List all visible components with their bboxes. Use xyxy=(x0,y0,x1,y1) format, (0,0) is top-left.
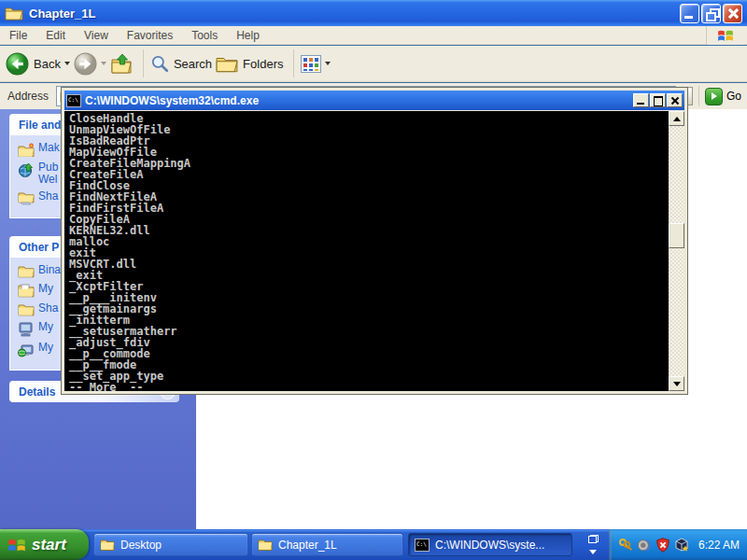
cmd-maximize-button[interactable] xyxy=(650,93,666,107)
search-label: Search xyxy=(174,57,212,71)
console-text: CloseHandleUnmapViewOfFileIsBadReadPtrMa… xyxy=(64,111,669,391)
cmd-titlebar[interactable]: C:\ C:\WINDOWS\system32\cmd.exe xyxy=(64,91,684,110)
up-button[interactable] xyxy=(110,53,133,74)
place-label: My xyxy=(38,283,53,295)
my-network-icon xyxy=(18,343,35,357)
views-icon xyxy=(301,55,321,73)
chevron-down-icon[interactable] xyxy=(589,550,597,554)
address-label: Address xyxy=(6,90,50,103)
console-line: -- More -- xyxy=(69,382,669,391)
restore-button[interactable] xyxy=(701,4,721,23)
folder-icon xyxy=(100,539,115,551)
system-tray: 6:22 AM xyxy=(609,529,747,560)
desktop-screen: Chapter_1L File Edit View Favorites Tool… xyxy=(0,0,747,560)
windows-flag-icon xyxy=(7,536,26,554)
console-line: IsBadReadPtr xyxy=(69,135,669,147)
share-folder-icon xyxy=(18,191,35,205)
volume-icon[interactable] xyxy=(637,538,652,553)
folder-icon xyxy=(5,6,23,21)
svg-text:C:\: C:\ xyxy=(68,96,78,103)
search-icon xyxy=(150,54,169,73)
console-line: __getmainargs xyxy=(69,303,669,315)
window-title: Chapter_1L xyxy=(29,7,678,21)
menu-view[interactable]: View xyxy=(75,27,118,44)
back-label: Back xyxy=(34,57,61,71)
scroll-down-icon[interactable] xyxy=(669,376,684,391)
back-dropdown-icon[interactable] xyxy=(64,62,70,65)
back-button[interactable]: Back xyxy=(6,52,70,76)
place-label: Sha xyxy=(38,302,58,315)
console-line: __setusermatherr xyxy=(69,326,669,337)
console-line: FindFirstFileA xyxy=(69,203,669,214)
start-label: start xyxy=(32,536,66,554)
folders-label: Folders xyxy=(243,57,283,71)
toolbar: Back xyxy=(0,46,747,82)
cmd-minimize-button[interactable] xyxy=(633,93,649,107)
cube-icon[interactable] xyxy=(674,538,689,553)
folder-up-icon xyxy=(110,53,133,74)
close-button[interactable] xyxy=(723,4,742,23)
svg-text:C:\: C:\ xyxy=(416,540,427,547)
folders-icon xyxy=(216,55,238,73)
make-new-folder-icon xyxy=(18,143,35,157)
console-line: UnmapViewOfFile xyxy=(69,124,669,135)
menu-edit[interactable]: Edit xyxy=(36,27,75,44)
console-line: MSVCRT.dll xyxy=(69,259,669,270)
forward-dropdown-icon xyxy=(101,62,106,65)
shared-documents-icon xyxy=(18,303,35,316)
menu-tools[interactable]: Tools xyxy=(182,27,227,44)
task-cmd[interactable]: C:\ C:\WINDOWS\syste... xyxy=(408,533,572,556)
menubar: File Edit View Favorites Tools Help xyxy=(0,26,747,45)
forward-icon xyxy=(74,52,97,76)
place-label: My xyxy=(38,321,53,333)
folders-button[interactable]: Folders xyxy=(216,55,283,73)
task-label: Mak xyxy=(38,142,60,154)
minimize-button[interactable] xyxy=(680,4,699,23)
console-line: CreateFileMappingA xyxy=(69,158,669,169)
go-arrow-icon xyxy=(712,92,717,100)
place-label: My xyxy=(38,342,53,354)
cmd-window: C:\ C:\WINDOWS\system32\cmd.exe CloseHan… xyxy=(61,87,688,395)
task-label: C:\WINDOWS\syste... xyxy=(435,539,544,552)
my-documents-icon xyxy=(18,284,35,298)
forward-button[interactable] xyxy=(74,52,106,76)
toolbar-separator xyxy=(143,49,144,77)
go-separator xyxy=(698,86,699,106)
scrollbar-thumb[interactable] xyxy=(669,223,684,248)
start-button[interactable]: start xyxy=(0,529,89,560)
search-button[interactable]: Search xyxy=(150,54,212,73)
taskbar-toolbar-chevron[interactable] xyxy=(581,532,605,557)
menu-help[interactable]: Help xyxy=(227,27,269,44)
menu-file[interactable]: File xyxy=(0,27,36,44)
views-dropdown-icon[interactable] xyxy=(325,62,331,65)
cmd-window-title: C:\WINDOWS\system32\cmd.exe xyxy=(85,94,632,107)
explorer-titlebar[interactable]: Chapter_1L xyxy=(0,0,747,26)
place-label: Bina xyxy=(38,264,61,276)
task-chapter-1l[interactable]: Chapter_1L xyxy=(251,533,403,556)
go-label[interactable]: Go xyxy=(726,90,741,103)
console-line: KERNEL32.dll xyxy=(69,225,669,236)
menu-favorites[interactable]: Favorites xyxy=(118,27,182,44)
console-line: _XcptFilter xyxy=(69,281,669,292)
security-alert-icon[interactable] xyxy=(655,538,670,553)
console-scrollbar[interactable] xyxy=(669,111,684,391)
cmd-icon: C:\ xyxy=(66,93,81,108)
console-line: __p__commode xyxy=(69,348,669,359)
taskbar-clock[interactable]: 6:22 AM xyxy=(698,539,740,552)
console-line: __set_app_type xyxy=(69,371,669,382)
taskbar: start Desktop Chapter_1L C:\ C:\WINDOWS\… xyxy=(0,529,747,560)
restore-window-icon[interactable] xyxy=(588,535,599,543)
task-label: Sha xyxy=(38,190,58,203)
console-line: __p___initenv xyxy=(69,292,669,303)
console-line: CopyFileA xyxy=(69,214,669,225)
task-desktop[interactable]: Desktop xyxy=(93,533,248,556)
scroll-up-icon[interactable] xyxy=(669,111,684,126)
back-icon xyxy=(6,52,29,76)
cmd-close-button[interactable] xyxy=(667,93,683,107)
go-button[interactable] xyxy=(705,88,723,105)
folder-icon xyxy=(18,265,35,278)
console-output: CloseHandleUnmapViewOfFileIsBadReadPtrMa… xyxy=(64,111,684,391)
console-line: CreateFileA xyxy=(69,169,669,180)
keys-icon[interactable] xyxy=(618,538,633,553)
views-button[interactable] xyxy=(301,55,331,73)
